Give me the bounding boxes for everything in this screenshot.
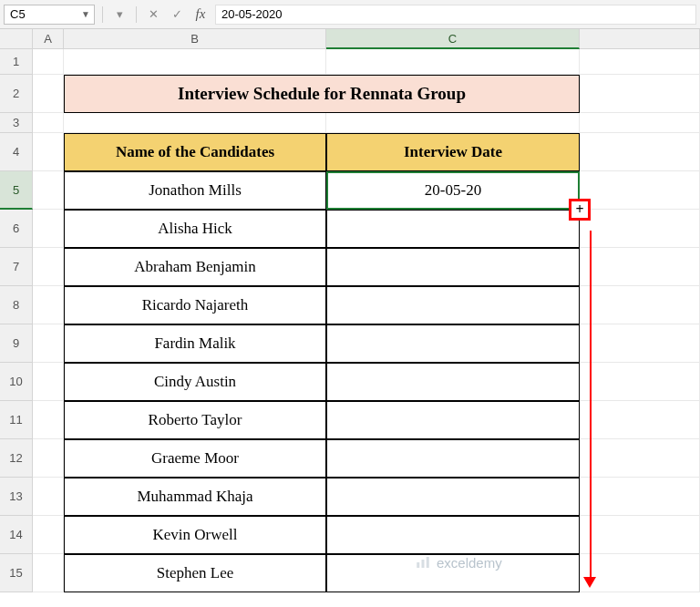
cell-c12[interactable] [326, 439, 580, 478]
separator [136, 6, 137, 23]
col-header-a[interactable]: A [33, 29, 64, 49]
cell-b6[interactable]: Alisha Hick [64, 210, 326, 248]
header-name[interactable]: Name of the Candidates [64, 133, 326, 171]
col-header-b[interactable]: B [64, 29, 326, 49]
cell-a8[interactable] [33, 286, 64, 324]
row-header-9[interactable]: 9 [0, 324, 33, 363]
cell-d12[interactable] [580, 439, 700, 478]
cell-b14[interactable]: Kevin Orwell [64, 516, 326, 554]
row-header-5[interactable]: 5 [0, 171, 33, 210]
fill-handle[interactable]: + [569, 199, 591, 221]
chevron-down-icon[interactable]: ▾ [110, 5, 129, 24]
cell-a10[interactable] [33, 363, 64, 401]
cell-c10[interactable] [326, 363, 580, 401]
arrow-line [590, 231, 592, 577]
cell-a15[interactable] [33, 554, 64, 592]
row-header-15[interactable]: 15 [0, 554, 33, 592]
row-header-11[interactable]: 11 [0, 401, 33, 439]
cell-b10[interactable]: Cindy Austin [64, 363, 326, 401]
cell-a9[interactable] [33, 324, 64, 363]
cell-c13[interactable] [326, 478, 580, 516]
x-icon[interactable]: ✕ [144, 5, 162, 24]
cell-b11[interactable]: Roberto Taylor [64, 401, 326, 439]
formula-value: 20-05-2020 [221, 7, 283, 21]
cell-b13[interactable]: Muhammad Khaja [64, 478, 326, 516]
header-date-text: Interview Date [404, 143, 502, 161]
arrow-head-icon [583, 577, 596, 588]
cell-a6[interactable] [33, 210, 64, 248]
cell-d13[interactable] [580, 478, 700, 516]
cell-b15[interactable]: Stephen Lee [64, 554, 326, 592]
cell-c15[interactable] [326, 554, 580, 592]
col-header-blank[interactable] [580, 29, 700, 49]
cell-a4[interactable] [33, 133, 64, 171]
row-header-12[interactable]: 12 [0, 439, 33, 478]
row-header-1[interactable]: 1 [0, 49, 33, 75]
cell-a14[interactable] [33, 516, 64, 554]
row-header-2[interactable]: 2 [0, 75, 33, 113]
cell-a11[interactable] [33, 401, 64, 439]
row-header-13[interactable]: 13 [0, 478, 33, 516]
cell-d5[interactable] [580, 171, 700, 210]
cell-a1[interactable] [33, 49, 64, 75]
candidate-name: Kevin Orwell [152, 526, 237, 544]
row-header-10[interactable]: 10 [0, 363, 33, 401]
row-header-8[interactable]: 8 [0, 286, 33, 324]
plus-icon: + [575, 201, 583, 218]
candidate-name: Fardin Malik [154, 334, 235, 353]
cell-c14[interactable] [326, 516, 580, 554]
cell-d6[interactable] [580, 210, 700, 248]
row-header-14[interactable]: 14 [0, 516, 33, 554]
cell-b3[interactable] [64, 113, 326, 133]
select-all-corner[interactable] [0, 29, 33, 49]
cell-d8[interactable] [580, 286, 700, 324]
cell-d3[interactable] [580, 113, 700, 133]
cell-d2[interactable] [580, 75, 700, 113]
cell-c11[interactable] [326, 401, 580, 439]
interview-date: 20-05-20 [425, 181, 481, 200]
header-date[interactable]: Interview Date [326, 133, 580, 171]
cell-a3[interactable] [33, 113, 64, 133]
cell-d7[interactable] [580, 248, 700, 286]
cell-b1[interactable] [64, 49, 326, 75]
cell-d15[interactable] [580, 554, 700, 592]
cell-c1[interactable] [326, 49, 580, 75]
cell-d1[interactable] [580, 49, 700, 75]
cell-c3[interactable] [326, 113, 580, 133]
cell-c5[interactable]: 20-05-20 + [326, 171, 580, 210]
row-header-3[interactable]: 3 [0, 113, 33, 133]
candidate-name: Stephen Lee [157, 564, 234, 582]
cell-a2[interactable] [33, 75, 64, 113]
name-box[interactable]: C5 ▼ [4, 5, 95, 25]
cell-d9[interactable] [580, 324, 700, 363]
candidate-name: Cindy Austin [154, 373, 236, 391]
check-icon[interactable]: ✓ [168, 5, 186, 24]
row-header-7[interactable]: 7 [0, 248, 33, 286]
row-header-4[interactable]: 4 [0, 133, 33, 171]
cell-c9[interactable] [326, 324, 580, 363]
cell-b9[interactable]: Fardin Malik [64, 324, 326, 363]
chevron-down-icon[interactable]: ▼ [81, 9, 90, 19]
cell-a12[interactable] [33, 439, 64, 478]
cell-b12[interactable]: Graeme Moor [64, 439, 326, 478]
cell-b5[interactable]: Jonathon Mills [64, 171, 326, 210]
cell-c6[interactable] [326, 210, 580, 248]
cell-d11[interactable] [580, 401, 700, 439]
fx-icon[interactable]: fx [191, 5, 210, 24]
cell-a5[interactable] [33, 171, 64, 210]
cell-c7[interactable] [326, 248, 580, 286]
cell-a13[interactable] [33, 478, 64, 516]
cell-a7[interactable] [33, 248, 64, 286]
cell-b7[interactable]: Abraham Benjamin [64, 248, 326, 286]
title-cell[interactable]: Interview Schedule for Rennata Group [64, 75, 580, 113]
col-header-c[interactable]: C [326, 29, 580, 49]
row-header-6[interactable]: 6 [0, 210, 33, 248]
cell-d4[interactable] [580, 133, 700, 171]
cell-d14[interactable] [580, 516, 700, 554]
cell-b8[interactable]: Ricardo Najareth [64, 286, 326, 324]
formula-input[interactable]: 20-05-2020 [215, 5, 696, 25]
candidate-name: Graeme Moor [151, 449, 239, 468]
cell-c8[interactable] [326, 286, 580, 324]
cell-d10[interactable] [580, 363, 700, 401]
candidate-name: Abraham Benjamin [134, 258, 256, 276]
